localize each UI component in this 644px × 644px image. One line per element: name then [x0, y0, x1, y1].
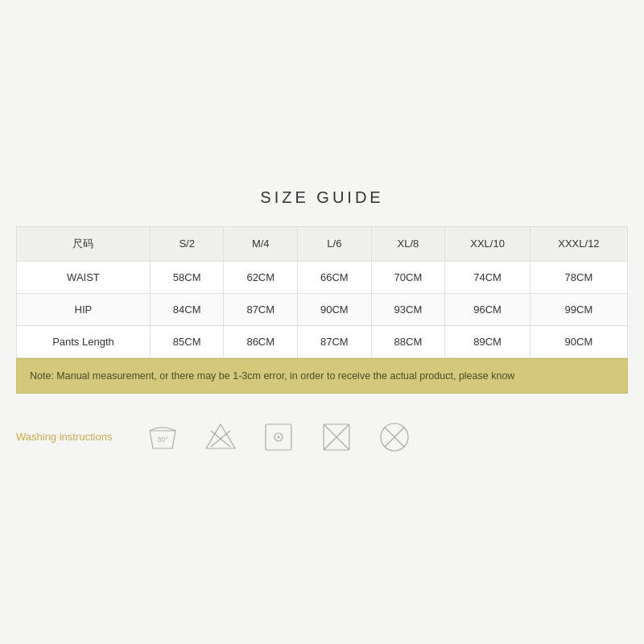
table-cell: 86CM [224, 325, 298, 357]
col-header-xxl10: XXL/10 [445, 226, 530, 261]
washing-section: Washing instructions 30° [16, 410, 628, 456]
svg-point-6 [278, 436, 280, 438]
table-cell: 99CM [530, 293, 627, 325]
table-cell: 74CM [445, 261, 530, 293]
dry-clean-forbidden-icon [375, 418, 414, 456]
table-cell: Pants Length [17, 325, 151, 357]
col-header-s2: S/2 [150, 226, 224, 261]
table-row: Pants Length85CM86CM87CM88CM89CM90CM [17, 325, 628, 357]
main-container: SIZE GUIDE 尺码 S/2 M/4 L/6 XL/8 XXL/10 XX… [16, 188, 628, 456]
table-cell: 96CM [445, 293, 530, 325]
table-cell: 58CM [150, 261, 224, 293]
col-header-l6: L/6 [298, 226, 372, 261]
size-table: 尺码 S/2 M/4 L/6 XL/8 XXL/10 XXXL/12 WAIST… [16, 226, 628, 358]
col-header-m4: M/4 [224, 226, 298, 261]
table-cell: 78CM [530, 261, 627, 293]
note-text: Note: Manual measurement, or there may b… [30, 370, 514, 382]
table-cell: 66CM [298, 261, 372, 293]
table-cell: 90CM [298, 293, 372, 325]
table-cell: HIP [17, 293, 151, 325]
table-cell: 62CM [224, 261, 298, 293]
table-row: HIP84CM87CM90CM93CM96CM99CM [17, 293, 628, 325]
wash-30-icon: 30° [143, 418, 182, 456]
table-header-row: 尺码 S/2 M/4 L/6 XL/8 XXL/10 XXXL/12 [17, 226, 628, 261]
dry-flat-icon [259, 418, 298, 456]
col-header-xxxl12: XXXL/12 [530, 226, 627, 261]
table-cell: 87CM [224, 293, 298, 325]
wash-icons-container: 30° [143, 418, 414, 456]
table-cell: 87CM [298, 325, 372, 357]
iron-forbidden-icon [317, 418, 356, 456]
page-title: SIZE GUIDE [16, 188, 628, 207]
table-cell: WAIST [17, 261, 151, 293]
table-row: WAIST58CM62CM66CM70CM74CM78CM [17, 261, 628, 293]
svg-marker-1 [206, 424, 235, 448]
svg-text:30°: 30° [157, 436, 168, 444]
col-header-xl8: XL/8 [371, 226, 445, 261]
table-cell: 88CM [371, 325, 445, 357]
table-cell: 85CM [150, 325, 224, 357]
table-cell: 84CM [150, 293, 224, 325]
table-body: WAIST58CM62CM66CM70CM74CM78CMHIP84CM87CM… [17, 261, 628, 357]
table-cell: 89CM [445, 325, 530, 357]
table-cell: 70CM [371, 261, 445, 293]
table-cell: 90CM [530, 325, 627, 357]
note-box: Note: Manual measurement, or there may b… [16, 358, 628, 394]
washing-label: Washing instructions [16, 431, 121, 443]
col-header-size: 尺码 [17, 226, 151, 261]
table-cell: 93CM [371, 293, 445, 325]
bleach-forbidden-icon [201, 418, 240, 456]
